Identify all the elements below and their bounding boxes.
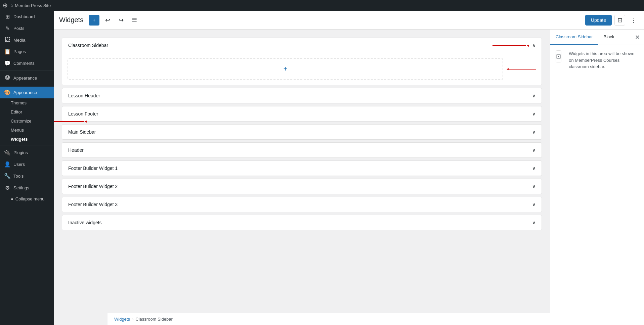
sidebar-item-label: Dashboard	[13, 14, 35, 19]
sidebar-item-users[interactable]: 👤 Users	[0, 158, 54, 170]
chevron-down-icon: ∨	[532, 147, 535, 153]
widget-area-title: Footer Builder Widget 2	[68, 184, 118, 189]
widget-area-header-inactive-widgets[interactable]: Inactive widgets ∨	[62, 215, 542, 230]
sidebar-item-appearance[interactable]: 🎨 Appearance	[0, 87, 54, 98]
chevron-down-icon: ∨	[532, 220, 535, 225]
right-panel-body: ⊡ Widgets in this area will be shown on …	[550, 45, 644, 325]
sidebar-item-label: Plugins	[13, 150, 28, 155]
sidebar-item-settings[interactable]: ⚙ Settings	[0, 182, 54, 194]
view-mode-button[interactable]: ⊡	[614, 15, 625, 26]
sidebar-sub-menus[interactable]: Menus	[0, 126, 54, 135]
widget-area-header-classroom-sidebar[interactable]: Classroom Sidebar ◄ ∧	[62, 38, 542, 53]
right-panel: Classroom Sidebar Block ✕ ⊡ Widgets in t…	[550, 30, 644, 325]
content-area: Classroom Sidebar ◄ ∧ +	[54, 30, 644, 325]
right-panel-header: Classroom Sidebar Block ✕	[550, 30, 644, 45]
update-button[interactable]: Update	[585, 15, 612, 26]
widget-area-title: Lesson Header	[68, 93, 100, 98]
widget-area-description: Widgets in this area will be shown on Me…	[569, 50, 639, 70]
close-panel-button[interactable]: ✕	[631, 31, 644, 44]
sidebar-item-label: Appearance	[13, 76, 37, 81]
widget-area-header-footer-builder-3[interactable]: Footer Builder Widget 3 ∨	[62, 197, 542, 212]
dashboard-icon: ⊞	[4, 13, 11, 20]
sidebar-item-dashboard[interactable]: ⊞ Dashboard	[0, 11, 54, 22]
admin-bar-site[interactable]: ⌂ MemberPress Site	[10, 3, 51, 8]
list-view-button[interactable]: ☰	[129, 15, 140, 26]
widget-area-header-lesson-header[interactable]: Lesson Header ∨	[62, 88, 542, 103]
widget-area-header-lesson-footer[interactable]: Lesson Footer ∨	[62, 106, 542, 121]
widget-area-footer-builder-1: Footer Builder Widget 1 ∨	[62, 160, 542, 176]
widget-area-header-footer-builder-2[interactable]: Footer Builder Widget 2 ∨	[62, 179, 542, 194]
sidebar-item-media[interactable]: 🖼 Media	[0, 34, 54, 46]
tab-classroom-sidebar[interactable]: Classroom Sidebar	[550, 30, 598, 45]
chevron-down-icon: ∨	[532, 166, 535, 171]
sidebar-divider	[0, 71, 54, 71]
sidebar-item-label: Media	[13, 38, 25, 43]
collapse-icon: ●	[11, 196, 13, 201]
chevron-down-icon: ∨	[532, 93, 535, 98]
redo-button[interactable]: ↪	[116, 15, 126, 26]
media-icon: 🖼	[4, 37, 11, 43]
widget-panel-content-classroom-sidebar: + ◄	[62, 53, 542, 85]
sidebar-item-posts[interactable]: ✎ Posts	[0, 22, 54, 34]
widget-area-header-footer-builder-1[interactable]: Footer Builder Widget 1 ∨	[62, 161, 542, 176]
sidebar-sub-editor[interactable]: Editor	[0, 107, 54, 117]
arrow-from-add-button: ◄	[506, 67, 536, 71]
tab-block[interactable]: Block	[598, 30, 620, 45]
sidebar-divider-2	[0, 85, 54, 85]
appearance-icon: 🎨	[4, 89, 11, 96]
plus-icon: +	[284, 65, 288, 73]
pages-icon: 📋	[4, 48, 11, 55]
memberpress-icon: Ⓜ	[4, 75, 11, 81]
add-widget-button[interactable]: +	[68, 58, 503, 80]
site-name: MemberPress Site	[15, 3, 51, 8]
widget-area-lesson-header: Lesson Header ∨	[62, 88, 542, 103]
chevron-down-icon: ∨	[532, 202, 535, 207]
widget-area-title: Lesson Footer	[68, 111, 98, 117]
widget-area-footer-builder-2: Footer Builder Widget 2 ∨	[62, 179, 542, 194]
sidebar-sub-themes[interactable]: Themes	[0, 98, 54, 107]
chevron-down-icon: ∨	[532, 111, 535, 117]
top-toolbar: Widgets + ↩ ↪ ☰ Update ⊡ ⋮	[54, 11, 644, 30]
widget-area-title: Footer Builder Widget 1	[68, 166, 118, 171]
chevron-down-icon: ∨	[532, 184, 535, 189]
settings-icon: ⚙	[4, 185, 11, 191]
home-icon: ⌂	[10, 3, 13, 8]
widget-area-title: Footer Builder Widget 3	[68, 202, 118, 207]
sidebar-sub-widgets[interactable]: Widgets	[0, 135, 54, 144]
sidebar-item-label: Pages	[13, 49, 26, 54]
posts-icon: ✎	[4, 25, 11, 32]
widget-area-classroom-sidebar: Classroom Sidebar ◄ ∧ +	[62, 38, 542, 85]
widget-area-header-main-sidebar[interactable]: Main Sidebar ∨	[62, 125, 542, 139]
comments-icon: 💬	[4, 60, 11, 66]
sidebar-item-memberpress[interactable]: Ⓜ Appearance	[0, 72, 54, 84]
widget-area-title: Classroom Sidebar	[68, 43, 108, 48]
sidebar-item-label: Comments	[13, 61, 35, 66]
tools-icon: 🔧	[4, 173, 11, 179]
collapse-menu-button[interactable]: ● Collapse menu	[0, 194, 54, 204]
sidebar-divider-3	[0, 145, 54, 145]
sidebar-item-label: Appearance	[13, 90, 37, 95]
breadcrumb: Widgets › Classroom Sidebar	[108, 313, 644, 325]
widget-area-title: Inactive widgets	[68, 220, 102, 225]
widget-editor: Classroom Sidebar ◄ ∧ +	[54, 30, 550, 325]
chevron-down-icon: ∨	[532, 129, 535, 135]
sidebar-item-pages[interactable]: 📋 Pages	[0, 46, 54, 57]
widget-area-main-sidebar: Main Sidebar ∨	[62, 124, 542, 140]
widget-area-header-header[interactable]: Header ∨	[62, 143, 542, 157]
more-options-button[interactable]: ⋮	[628, 15, 639, 26]
sidebar-item-tools[interactable]: 🔧 Tools	[0, 170, 54, 182]
sidebar-item-comments[interactable]: 💬 Comments	[0, 57, 54, 69]
sidebar-sub-customize[interactable]: Customize	[0, 117, 54, 126]
breadcrumb-current: Classroom Sidebar	[135, 317, 173, 322]
collapse-label: Collapse menu	[15, 196, 45, 201]
admin-bar: ⊕ ⌂ MemberPress Site	[0, 0, 644, 11]
page-title: Widgets	[59, 16, 83, 24]
add-block-button[interactable]: +	[89, 15, 99, 26]
sidebar-item-label: Tools	[13, 174, 24, 179]
undo-button[interactable]: ↩	[102, 15, 113, 26]
sidebar-item-plugins[interactable]: 🔌 Plugins	[0, 147, 54, 158]
breadcrumb-widgets-link[interactable]: Widgets	[114, 317, 130, 322]
chevron-up-icon: ∧	[532, 43, 535, 48]
widget-area-header: Header ∨	[62, 142, 542, 158]
breadcrumb-separator: ›	[132, 317, 133, 322]
